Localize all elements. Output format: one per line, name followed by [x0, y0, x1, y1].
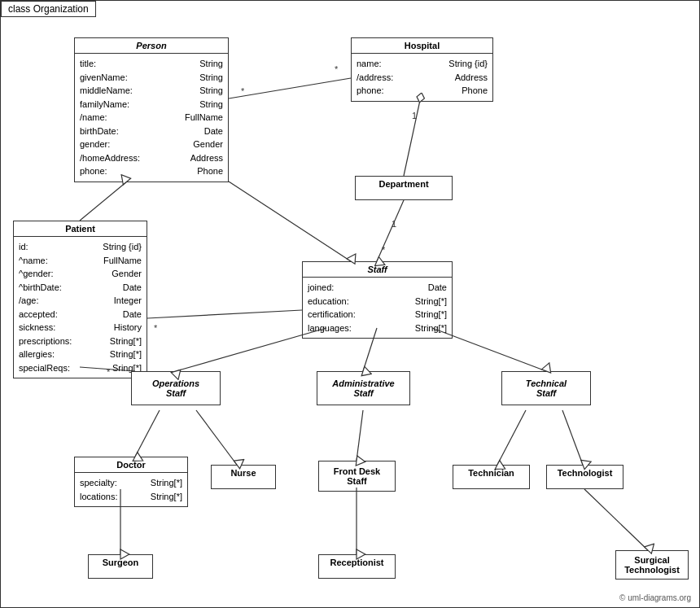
svg-line-15 — [357, 410, 363, 461]
class-doctor: Doctor specialty:String[*] locations:Str… — [74, 457, 188, 507]
svg-line-0 — [80, 182, 127, 221]
class-administrative-staff: AdministrativeStaff — [317, 371, 410, 405]
svg-line-2 — [404, 93, 422, 176]
diagram-container: class Organization Person title:String g… — [0, 0, 700, 608]
class-operations-staff: OperationsStaff — [131, 371, 221, 405]
operations-staff-name: OperationsStaff — [132, 372, 220, 405]
class-patient: Patient id:String {id} ^name:FullName ^g… — [13, 221, 147, 378]
svg-line-14 — [196, 410, 237, 465]
surgeon-name: Surgeon — [89, 555, 152, 570]
person-name: Person — [75, 38, 228, 54]
staff-attrs: joined:Date education:String[*] certific… — [303, 278, 452, 338]
class-surgical-technologist: SurgicalTechnologist — [615, 550, 689, 580]
person-attrs: title:String givenName:String middleName… — [75, 54, 228, 182]
front-desk-staff-name: Front DeskStaff — [319, 461, 395, 491]
doctor-name: Doctor — [75, 457, 187, 473]
diagram-title: class Organization — [1, 1, 96, 17]
administrative-staff-name: AdministrativeStaff — [317, 372, 409, 405]
doctor-attrs: specialty:String[*] locations:String[*] — [75, 473, 187, 506]
svg-text:*: * — [154, 323, 158, 333]
hospital-attrs: name:String {id} /address:Address phone:… — [352, 54, 492, 101]
staff-name: Staff — [303, 262, 452, 278]
class-technician: Technician — [453, 465, 530, 489]
svg-text:*: * — [382, 245, 386, 255]
technician-name: Technician — [453, 466, 529, 480]
copyright: © uml-diagrams.org — [619, 593, 691, 602]
svg-line-16 — [497, 410, 526, 465]
svg-line-13 — [135, 410, 160, 457]
svg-line-20 — [584, 489, 648, 550]
patient-attrs: id:String {id} ^name:FullName ^gender:Ge… — [14, 237, 147, 378]
svg-line-1 — [229, 182, 351, 261]
technologist-name: Technologist — [547, 466, 623, 480]
class-department: Department — [355, 176, 453, 200]
class-staff: Staff joined:Date education:String[*] ce… — [302, 261, 453, 339]
class-technologist: Technologist — [546, 465, 623, 489]
class-hospital: Hospital name:String {id} /address:Addre… — [351, 37, 493, 102]
nurse-name: Nurse — [212, 466, 275, 480]
class-surgeon: Surgeon — [88, 554, 153, 579]
svg-text:*: * — [335, 64, 339, 74]
svg-line-7 — [229, 78, 351, 98]
svg-line-21 — [147, 310, 302, 318]
class-front-desk-staff: Front DeskStaff — [318, 461, 396, 492]
department-name: Department — [356, 177, 452, 191]
patient-name: Patient — [14, 221, 147, 237]
hospital-name: Hospital — [352, 38, 492, 54]
svg-line-17 — [562, 410, 583, 465]
svg-text:1: 1 — [392, 219, 396, 229]
class-technical-staff: TechnicalStaff — [501, 371, 591, 405]
surgical-technologist-name: SurgicalTechnologist — [616, 551, 688, 579]
technical-staff-name: TechnicalStaff — [502, 372, 590, 405]
class-person: Person title:String givenName:String mid… — [74, 37, 229, 182]
svg-line-4 — [377, 200, 404, 261]
svg-text:1: 1 — [412, 111, 417, 120]
svg-text:*: * — [241, 86, 245, 96]
receptionist-name: Receptionist — [319, 555, 395, 570]
class-receptionist: Receptionist — [318, 554, 396, 579]
class-nurse: Nurse — [211, 465, 276, 489]
